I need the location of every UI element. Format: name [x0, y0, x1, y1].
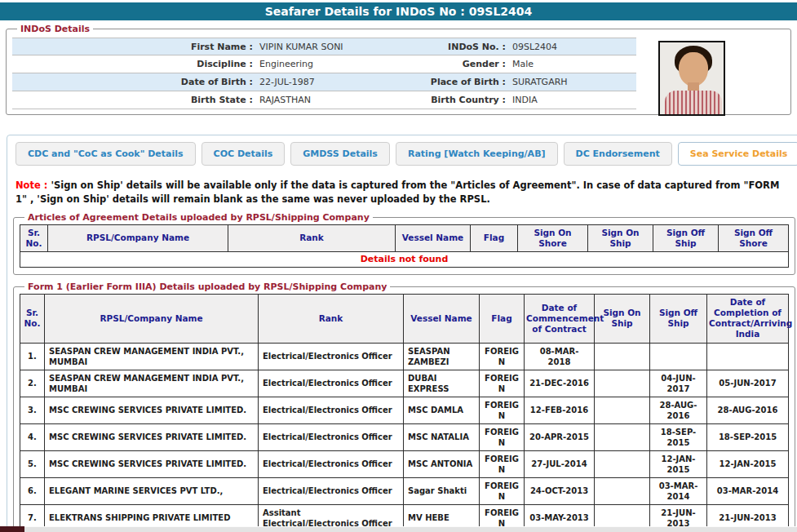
- rank-cell: Electrical/Electronics Officer: [259, 397, 404, 423]
- gender-label: Gender :: [383, 59, 506, 69]
- col-sr-no: Sr. No.: [20, 295, 45, 344]
- first-name-label: First Name :: [12, 42, 253, 52]
- birth-country-value: INDIA: [506, 95, 636, 105]
- date-of-birth-value: 22-JUL-1987: [253, 77, 383, 87]
- articles-of-agreement-table: Sr. No. RPSL/Company Name Rank Vessel Na…: [20, 224, 789, 268]
- rank-cell: Electrical/Electronics Officer: [259, 477, 404, 504]
- rank-cell: Electrical/Electronics Officer: [259, 343, 404, 370]
- place-of-birth-label: Place of Birth :: [383, 77, 506, 87]
- col-sign-on-shore: Sign On Shore: [518, 224, 588, 251]
- first-name-value: VIPIN KUMAR SONI: [253, 42, 383, 52]
- birth-country-label: Birth Country :: [383, 95, 506, 105]
- vessel-cell: SEASPAN ZAMBEZI: [404, 343, 480, 370]
- info-row-birth-state: Birth State : RAJASTHAN Birth Country : …: [12, 91, 636, 109]
- bottom-strip-accent: [0, 526, 24, 532]
- col-company: RPSL/Company Name: [45, 295, 259, 344]
- completion-cell: 28-AUG-2016: [707, 397, 789, 423]
- articles-header-row: Sr. No. RPSL/Company Name Rank Vessel Na…: [20, 224, 789, 251]
- flag-cell: FOREIGN: [480, 423, 525, 450]
- sign-off-ship-cell: 12-JAN-2015: [650, 450, 707, 477]
- flag-cell: FOREIGN: [480, 477, 525, 504]
- articles-of-agreement-panel: Articles of Agreement Details uploaded b…: [13, 212, 795, 276]
- sign-on-ship-cell: [595, 423, 650, 450]
- date-of-birth-label: Date of Birth :: [12, 77, 253, 87]
- info-row-first-name: First Name : VIPIN KUMAR SONI INDoS No. …: [12, 38, 636, 55]
- tab-row: CDC and "CoC as Cook" Details COC Detail…: [7, 135, 797, 169]
- col-rank: Rank: [259, 295, 404, 344]
- col-completion: Date of Completion of Contract/Arriving …: [707, 295, 789, 344]
- sr-no-cell: 2.: [20, 370, 45, 397]
- info-row-date-of-birth: Date of Birth : 22-JUL-1987 Place of Bir…: [12, 73, 636, 91]
- sign-on-ship-cell: [595, 450, 650, 477]
- sign-on-ship-cell: [595, 504, 650, 529]
- table-row: 7. ELEKTRANS SHIPPING PRIVATE LIMITED As…: [20, 504, 789, 529]
- company-cell: SEASPAN CREW MANAGEMENT INDIA PVT., MUMB…: [45, 343, 259, 370]
- col-vessel-name: Vessel Name: [396, 224, 471, 251]
- sr-no-cell: 3.: [20, 397, 45, 423]
- completion-cell: [707, 343, 789, 370]
- sr-no-cell: 7.: [20, 504, 45, 529]
- tab-rating-watch-keeping-ab[interactable]: Rating [Watch Keeping/AB]: [396, 142, 558, 166]
- indos-details-panel: INDoS Details First Name : VIPIN KUMAR S…: [6, 24, 791, 115]
- col-sign-off-shore: Sign Off Shore: [719, 224, 789, 251]
- commencement-cell: 03-MAY-2013: [525, 504, 595, 529]
- flag-cell: FOREIGN: [480, 397, 525, 423]
- tab-cdc-coc-as-cook-details[interactable]: CDC and "CoC as Cook" Details: [15, 142, 196, 166]
- tab-gmdss-details[interactable]: GMDSS Details: [290, 142, 390, 166]
- sign-on-ship-cell: [595, 477, 650, 504]
- indos-details-legend: INDoS Details: [17, 24, 93, 34]
- col-sign-off-ship: Sign Off Ship: [653, 224, 719, 251]
- form1-header-row: Sr. No. RPSL/Company Name Rank Vessel Na…: [20, 295, 789, 344]
- articles-of-agreement-legend: Articles of Agreement Details uploaded b…: [24, 212, 373, 223]
- sr-no-cell: 6.: [20, 477, 45, 504]
- info-row-discipline: Discipline : Engineering Gender : Male: [12, 55, 636, 73]
- tab-sea-service-details[interactable]: Sea Service Details: [678, 142, 797, 166]
- table-row: 1. SEASPAN CREW MANAGEMENT INDIA PVT., M…: [20, 343, 789, 370]
- rank-cell: Electrical/Electronics Officer: [259, 450, 404, 477]
- sign-off-ship-cell: 18-SEP-2015: [650, 423, 707, 450]
- tab-coc-details[interactable]: COC Details: [201, 142, 286, 166]
- company-cell: ELEGANT MARINE SERVICES PVT LTD.,: [45, 477, 259, 504]
- sign-off-ship-cell: 28-AUG-2016: [650, 397, 707, 423]
- commencement-cell: 27-JUL-2014: [525, 450, 595, 477]
- flag-cell: FOREIGN: [480, 370, 525, 397]
- sign-off-ship-cell: 03-MAR-2014: [650, 477, 707, 504]
- commencement-cell: 24-OCT-2013: [525, 477, 595, 504]
- company-cell: MSC CREWING SERVICES PRIVATE LIMITED.: [45, 423, 259, 450]
- table-row: 3. MSC CREWING SERVICES PRIVATE LIMITED.…: [20, 397, 789, 423]
- sea-service-panel: CDC and "CoC as Cook" Details COC Detail…: [7, 135, 797, 529]
- page-title: Seafarer Details for INDoS No : 09SL2404: [0, 2, 797, 20]
- rank-cell: Electrical/Electronics Officer: [259, 370, 404, 397]
- completion-cell: 05-JUN-2017: [707, 370, 789, 397]
- photo-face: [679, 52, 708, 86]
- sign-on-ship-note: Note : 'Sign on Ship' details will be av…: [15, 179, 793, 207]
- discipline-value: Engineering: [253, 59, 383, 69]
- birth-state-label: Birth State :: [12, 95, 253, 105]
- sign-off-ship-cell: 21-JUN-2013: [650, 504, 707, 529]
- sign-on-ship-cell: [595, 397, 650, 423]
- col-flag: Flag: [480, 295, 525, 344]
- col-commencement: Date of Commencement of Contract: [525, 295, 595, 344]
- completion-cell: 12-JAN-2015: [707, 450, 789, 477]
- photo-shirt: [665, 91, 722, 116]
- commencement-cell: 20-APR-2015: [525, 423, 595, 450]
- sign-off-ship-cell: 04-JUN-2017: [650, 370, 707, 397]
- rank-cell: Electrical/Electronics Officer: [259, 423, 404, 450]
- company-cell: MSC CREWING SERVICES PRIVATE LIMITED.: [45, 450, 259, 477]
- col-sign-on-ship: Sign On Ship: [588, 224, 653, 251]
- commencement-cell: 21-DEC-2016: [525, 370, 595, 397]
- tab-dc-endorsement[interactable]: DC Endorsement: [564, 142, 672, 166]
- company-cell: SEASPAN CREW MANAGEMENT INDIA PVT., MUMB…: [45, 370, 259, 397]
- table-row: 4. MSC CREWING SERVICES PRIVATE LIMITED.…: [20, 423, 789, 450]
- articles-empty-row: Details not found: [20, 251, 789, 267]
- completion-cell: 03-MAR-2014: [707, 477, 789, 504]
- col-sr-no: Sr. No.: [20, 224, 48, 251]
- vessel-cell: DUBAI EXPRESS: [404, 370, 480, 397]
- sign-on-ship-cell: [595, 370, 650, 397]
- commencement-cell: 12-FEB-2016: [525, 397, 595, 423]
- sr-no-cell: 1.: [20, 343, 45, 370]
- company-cell: MSC CREWING SERVICES PRIVATE LIMITED.: [45, 397, 259, 423]
- place-of-birth-value: SURATGARH: [506, 77, 636, 87]
- company-cell: ELEKTRANS SHIPPING PRIVATE LIMITED: [45, 504, 259, 529]
- seafarer-photo: [658, 41, 725, 116]
